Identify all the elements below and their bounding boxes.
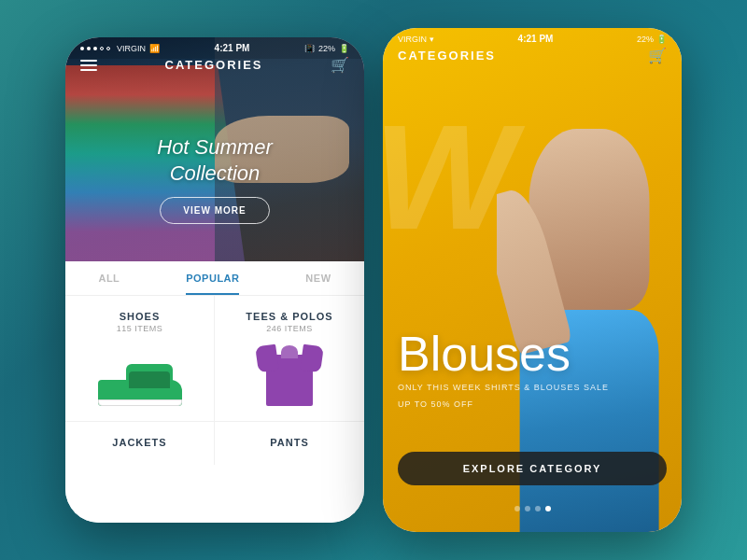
hero-headline-line1: Hot Summer [157, 135, 272, 159]
tees-count: 246 ITEMS [230, 324, 349, 333]
battery-icon: 🔋 [339, 44, 349, 53]
wifi-right: ▾ [430, 35, 434, 44]
hero-headline-line2: Collection [170, 161, 261, 185]
signal-dots [80, 47, 110, 50]
hero-text-right: Blouses ONLY THIS WEEK SHIRTS & BLOUSES … [398, 329, 672, 411]
carrier-label: VIRGIN [117, 44, 146, 53]
battery-pct: 22% [318, 44, 335, 53]
dots-indicator [383, 506, 682, 511]
carrier-right: VIRGIN [398, 35, 427, 44]
tees-name: TEES & POLOS [230, 311, 349, 322]
view-more-button[interactable]: VIEW MORE [160, 197, 269, 224]
hero-section-left: VIRGIN 📶 4:21 PM 📳 22% 🔋 CATEGORI [65, 37, 364, 261]
battery-pct-right: 22% [637, 35, 654, 44]
jackets-name: JACKETS [80, 437, 199, 448]
nav-title-right: CATEGORIES [398, 49, 496, 63]
shoes-count: 115 ITEMS [80, 324, 199, 333]
tees-image [230, 341, 349, 406]
categories-grid: SHOES 115 ITEMS TE [65, 296, 364, 465]
time-right: 4:21 PM [518, 34, 554, 44]
bottom-section-left: ALL POPULAR NEW SHOES 115 ITEMS [65, 261, 364, 523]
blouses-title: Blouses [398, 329, 672, 378]
tab-new[interactable]: NEW [305, 273, 331, 295]
sale-line1: ONLY THIS WEEK SHIRTS & BLOUSES SALE [398, 382, 672, 395]
bt-icon: 📳 [304, 44, 315, 53]
phone-left: VIRGIN 📶 4:21 PM 📳 22% 🔋 CATEGORI [65, 37, 364, 523]
dot-3 [535, 506, 541, 511]
shoes-image [80, 341, 199, 406]
nav-bar-right: CATEGORIES 🛒 [383, 47, 682, 64]
pants-name: PANTS [230, 437, 349, 448]
battery-icon-right: 🔋 [656, 35, 667, 44]
nav-title-left: CATEGORIES [165, 58, 263, 72]
sale-line2: UP TO 50% OFF [398, 399, 672, 412]
phone-right: W VIRGIN ▾ 4:21 PM 22% [383, 28, 682, 532]
category-jackets[interactable]: JACKETS [65, 422, 215, 465]
dot-4 [545, 506, 551, 511]
tab-all[interactable]: ALL [98, 273, 120, 295]
cart-icon-right[interactable]: 🛒 [648, 47, 667, 64]
tab-popular[interactable]: POPULAR [186, 273, 239, 295]
category-tees[interactable]: TEES & POLOS 246 ITEMS [215, 296, 364, 422]
time-display: 4:21 PM [215, 43, 250, 53]
nav-bar-left: CATEGORIES 🛒 [65, 56, 364, 74]
tabs-row: ALL POPULAR NEW [65, 261, 364, 296]
hero-text-left: Hot Summer Collection VIEW MORE [65, 134, 364, 224]
dot-1 [514, 506, 520, 511]
wifi-icon: 📶 [149, 44, 160, 53]
hamburger-menu[interactable] [80, 60, 97, 71]
shoes-name: SHOES [80, 311, 199, 322]
cart-icon-left[interactable]: 🛒 [331, 56, 349, 74]
explore-button[interactable]: EXPLORE CATEGORY [398, 452, 667, 485]
big-letter: W [383, 103, 514, 252]
category-shoes[interactable]: SHOES 115 ITEMS [65, 296, 215, 422]
dot-2 [525, 506, 530, 511]
category-pants[interactable]: PANTS [215, 422, 364, 465]
